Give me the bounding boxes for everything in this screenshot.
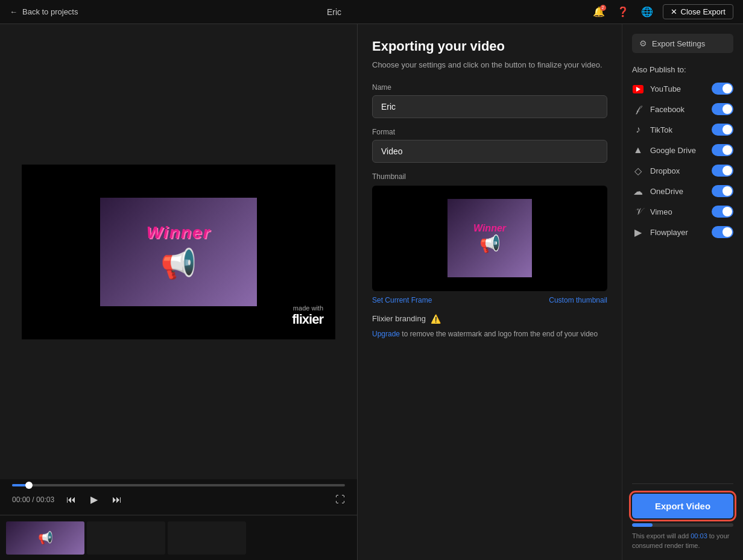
format-label: Format <box>372 128 607 136</box>
flixier-brand-text: flixier <box>292 312 323 327</box>
publish-item-youtube: YouTube <box>632 83 733 95</box>
close-export-button[interactable]: ✕ Close Export <box>663 4 733 19</box>
export-btn-area: Export Video This export will add 00:03 … <box>632 483 733 550</box>
google-drive-label: Google Drive <box>650 146 706 155</box>
fast-forward-button[interactable]: ⏭ <box>110 492 124 508</box>
youtube-icon <box>632 83 644 94</box>
publish-item-facebook: 𝒻 Facebook <box>632 103 733 115</box>
gear-icon: ⚙ <box>639 39 647 48</box>
facebook-toggle[interactable] <box>712 103 733 115</box>
vimeo-icon: 𝒱 <box>632 206 644 217</box>
fullscreen-button[interactable]: ⛶ <box>335 494 345 505</box>
publish-item-google-drive: ▲ Google Drive <box>632 144 733 156</box>
help-icon[interactable]: ❓ <box>615 4 631 20</box>
tiktok-label: TikTok <box>650 125 706 134</box>
video-preview-container: Winner 📢 made with flixier <box>0 24 357 479</box>
name-label: Name <box>372 83 607 92</box>
thumb-winner-text: Winner <box>473 223 506 234</box>
tiktok-toggle[interactable] <box>712 124 733 136</box>
export-settings-header[interactable]: ⚙ Export Settings <box>632 34 733 53</box>
back-label: Back to projects <box>22 7 78 16</box>
also-publish-label: Also Publish to: <box>632 65 733 74</box>
custom-thumbnail-button[interactable]: Custom thumbnail <box>549 296 607 304</box>
filmstrip-thumb-3 <box>168 521 246 555</box>
export-title: Exporting your video <box>372 39 607 54</box>
youtube-label: YouTube <box>650 84 706 93</box>
export-panel: Exporting your video Choose your setting… <box>357 24 743 560</box>
export-video-button[interactable]: Export Video <box>632 494 733 518</box>
warning-icon: ⚠️ <box>431 314 441 324</box>
publish-sidebar: ⚙ Export Settings Also Publish to: YouTu… <box>622 24 743 560</box>
thumbnail-label: Thumbnail <box>372 172 607 181</box>
export-info-text: This export will add 00:03 to your consu… <box>632 532 733 550</box>
project-name: Eric <box>327 7 341 17</box>
onedrive-toggle[interactable] <box>712 185 733 197</box>
onedrive-label: OneDrive <box>650 187 706 196</box>
youtube-toggle[interactable] <box>712 83 733 95</box>
filmstrip: 📢 <box>0 515 357 560</box>
notification-badge: 2 <box>600 5 606 11</box>
dropbox-toggle[interactable] <box>712 165 733 177</box>
filmstrip-thumb-inner-1: 📢 <box>6 521 84 555</box>
flowplayer-icon: ▶ <box>632 227 644 238</box>
flowplayer-toggle[interactable] <box>712 226 733 238</box>
thumb-megaphone-icon: 📢 <box>479 234 501 254</box>
megaphone-icon: 📢 <box>160 247 197 281</box>
set-current-frame-button[interactable]: Set Current Frame <box>372 296 432 304</box>
vimeo-label: Vimeo <box>650 207 706 216</box>
rewind-button[interactable]: ⏮ <box>64 492 78 508</box>
dropbox-label: Dropbox <box>650 166 706 175</box>
close-icon: ✕ <box>671 7 677 16</box>
branding-row: Flixier branding ⚠️ <box>372 314 607 324</box>
publish-item-onedrive: ☁ OneDrive <box>632 185 733 197</box>
dropbox-icon: ◇ <box>632 165 644 177</box>
publish-item-tiktok: ♪ TikTok <box>632 124 733 136</box>
video-controls: 00:00 / 00:03 ⏮ ▶ ⏭ ⛶ <box>0 479 357 515</box>
back-to-projects[interactable]: ← Back to projects <box>10 7 78 16</box>
tiktok-icon: ♪ <box>632 124 644 135</box>
upgrade-link[interactable]: Upgrade <box>372 330 400 338</box>
google-drive-toggle[interactable] <box>712 144 733 156</box>
export-progress-bar <box>632 523 733 527</box>
filmstrip-thumb-1: 📢 <box>6 521 84 555</box>
publish-item-dropbox: ◇ Dropbox <box>632 165 733 177</box>
controls-row: 00:00 / 00:03 ⏮ ▶ ⏭ ⛶ <box>12 491 345 508</box>
play-button[interactable]: ▶ <box>88 491 100 508</box>
progress-handle[interactable] <box>25 482 33 489</box>
topbar: ← Back to projects Eric 🔔 2 ❓ 🌐 ✕ Close … <box>0 0 743 24</box>
video-preview: Winner 📢 made with flixier <box>22 165 335 339</box>
thumbnail-preview: Winner 📢 <box>372 186 607 291</box>
progress-bar[interactable] <box>12 484 345 486</box>
topbar-actions: 🔔 2 ❓ 🌐 ✕ Close Export <box>590 4 733 20</box>
export-settings-label: Export Settings <box>652 39 726 48</box>
onedrive-icon: ☁ <box>632 186 644 197</box>
export-subtitle: Choose your settings and click on the bu… <box>372 59 607 71</box>
export-time-highlight: 00:03 <box>691 532 707 540</box>
main-content: Winner 📢 made with flixier 00:00 / 00:03… <box>0 24 743 560</box>
export-progress-fill <box>632 523 653 527</box>
facebook-label: Facebook <box>650 105 706 114</box>
thumbnail-actions: Set Current Frame Custom thumbnail <box>372 296 607 304</box>
language-icon[interactable]: 🌐 <box>639 4 656 20</box>
notifications-icon[interactable]: 🔔 2 <box>590 4 607 20</box>
time-display: 00:00 / 00:03 <box>12 496 54 504</box>
video-content: Winner 📢 <box>100 198 257 306</box>
filmstrip-thumb-2 <box>87 521 165 555</box>
publish-item-flowplayer: ▶ Flowplayer <box>632 226 733 238</box>
name-input[interactable] <box>372 95 607 118</box>
branding-label: Flixier branding <box>372 314 426 323</box>
upgrade-text: Upgrade to remove the watermark and logo… <box>372 329 607 339</box>
back-arrow-icon: ← <box>10 7 17 16</box>
made-with-text: made with <box>292 304 323 312</box>
flowplayer-label: Flowplayer <box>650 228 706 237</box>
facebook-icon: 𝒻 <box>632 104 644 115</box>
export-form: Exporting your video Choose your setting… <box>358 24 622 560</box>
thumb-inner: Winner 📢 <box>447 199 532 277</box>
winner-text: Winner <box>147 223 211 242</box>
flixier-watermark: made with flixier <box>292 304 323 327</box>
publish-item-vimeo: 𝒱 Vimeo <box>632 206 733 218</box>
editor-area: Winner 📢 made with flixier 00:00 / 00:03… <box>0 24 357 560</box>
google-drive-icon: ▲ <box>632 145 644 156</box>
vimeo-toggle[interactable] <box>712 206 733 218</box>
format-select[interactable]: Video <box>372 140 607 163</box>
